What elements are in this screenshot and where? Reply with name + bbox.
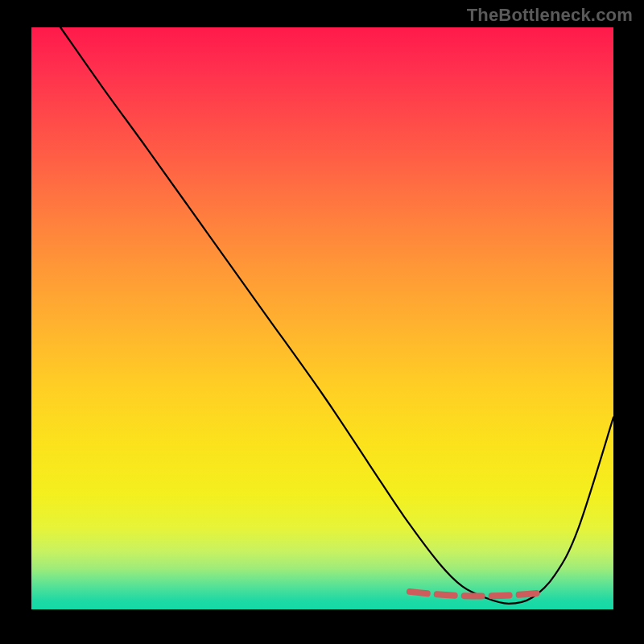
bottleneck-curve-line xyxy=(60,27,613,604)
attribution-label: TheBottleneck.com xyxy=(467,5,633,26)
chart-svg xyxy=(31,27,613,609)
chart-container: TheBottleneck.com xyxy=(0,0,644,644)
